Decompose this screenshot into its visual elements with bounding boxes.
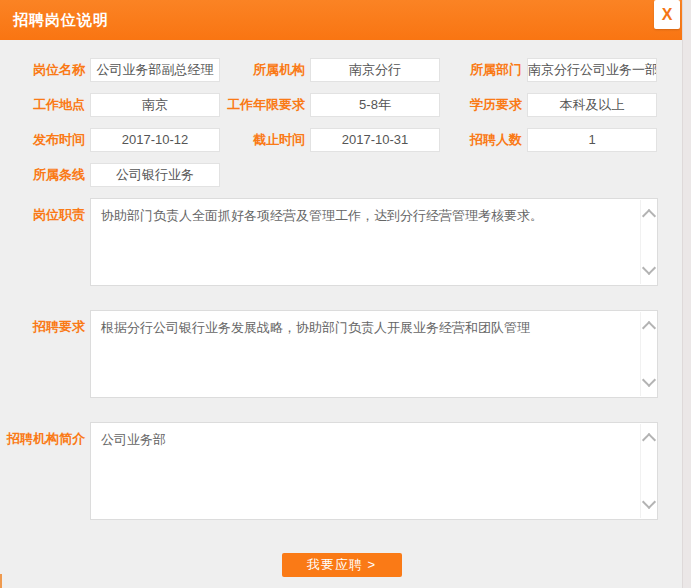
field-label: 学历要求	[440, 96, 522, 114]
page-background-strip	[682, 0, 691, 588]
job-posting-dialog: 招聘岗位说明 X 岗位名称 公司业务部副总经理 所属机构 南京分行 所属部门 南…	[0, 0, 683, 588]
job-duties-section: 岗位职责 协助部门负责人全面抓好各项经营及管理工作，达到分行经营管理考核要求。	[0, 198, 683, 286]
position-name-input[interactable]: 公司业务部副总经理	[90, 58, 220, 82]
scroll-down-icon[interactable]	[641, 261, 655, 275]
org-intro-text: 公司业务部	[91, 423, 657, 457]
experience-input[interactable]: 5-8年	[310, 93, 440, 117]
field-position-name: 岗位名称 公司业务部副总经理	[0, 58, 220, 82]
apply-button[interactable]: 我要应聘 >	[282, 553, 402, 577]
field-label: 招聘机构简介	[0, 422, 85, 520]
background-orange-sliver	[0, 574, 2, 588]
field-label: 发布时间	[0, 131, 85, 149]
deadline-input[interactable]: 2017-10-31	[310, 128, 440, 152]
job-requirements-text: 根据分行公司银行业务发展战略，协助部门负责人开展业务经营和团队管理	[91, 311, 657, 345]
field-department: 所属部门 南京分行公司业务一部	[440, 58, 657, 82]
scroll-up-icon[interactable]	[641, 321, 655, 335]
scroll-up-icon[interactable]	[641, 209, 655, 223]
field-business-line: 所属条线 公司银行业务	[0, 163, 220, 187]
scroll-down-icon[interactable]	[641, 373, 655, 387]
close-icon: X	[662, 6, 673, 23]
dialog-header: 招聘岗位说明	[0, 0, 683, 40]
field-publish-date: 发布时间 2017-10-12	[0, 128, 220, 152]
textarea-scrollbar[interactable]	[640, 200, 656, 284]
dialog-body: 岗位名称 公司业务部副总经理 所属机构 南京分行 所属部门 南京分行公司业务一部…	[0, 40, 683, 577]
education-input[interactable]: 本科及以上	[527, 93, 657, 117]
field-label: 所属条线	[0, 166, 85, 184]
textarea-scrollbar[interactable]	[640, 312, 656, 396]
form-row: 所属条线 公司银行业务	[0, 163, 683, 187]
field-label: 所属部门	[440, 61, 522, 79]
scroll-down-icon[interactable]	[641, 495, 655, 509]
job-duties-text: 协助部门负责人全面抓好各项经营及管理工作，达到分行经营管理考核要求。	[91, 199, 657, 233]
work-location-input[interactable]: 南京	[90, 93, 220, 117]
dialog-title: 招聘岗位说明	[0, 0, 109, 39]
scroll-up-icon[interactable]	[641, 433, 655, 447]
job-requirements-textarea[interactable]: 根据分行公司银行业务发展战略，协助部门负责人开展业务经营和团队管理	[90, 310, 658, 398]
headcount-input[interactable]: 1	[527, 128, 657, 152]
form-row: 岗位名称 公司业务部副总经理 所属机构 南京分行 所属部门 南京分行公司业务一部	[0, 58, 683, 82]
field-label: 招聘要求	[0, 310, 85, 398]
field-experience: 工作年限要求 5-8年	[220, 93, 440, 117]
close-button[interactable]: X	[654, 0, 680, 29]
field-deadline: 截止时间 2017-10-31	[220, 128, 440, 152]
field-label: 岗位职责	[0, 198, 85, 286]
publish-date-input[interactable]: 2017-10-12	[90, 128, 220, 152]
textarea-scrollbar[interactable]	[640, 424, 656, 518]
org-intro-textarea[interactable]: 公司业务部	[90, 422, 658, 520]
org-intro-section: 招聘机构简介 公司业务部	[0, 422, 683, 520]
field-label: 截止时间	[220, 131, 305, 149]
field-work-location: 工作地点 南京	[0, 93, 220, 117]
field-organization: 所属机构 南京分行	[220, 58, 440, 82]
field-label: 工作地点	[0, 96, 85, 114]
department-input[interactable]: 南京分行公司业务一部	[527, 58, 657, 82]
field-label: 招聘人数	[440, 131, 522, 149]
dialog-footer: 我要应聘 >	[0, 553, 683, 577]
field-education: 学历要求 本科及以上	[440, 93, 657, 117]
job-requirements-section: 招聘要求 根据分行公司银行业务发展战略，协助部门负责人开展业务经营和团队管理	[0, 310, 683, 398]
field-headcount: 招聘人数 1	[440, 128, 657, 152]
business-line-input[interactable]: 公司银行业务	[90, 163, 220, 187]
field-label: 岗位名称	[0, 61, 85, 79]
organization-input[interactable]: 南京分行	[310, 58, 440, 82]
form-row: 发布时间 2017-10-12 截止时间 2017-10-31 招聘人数 1	[0, 128, 683, 152]
form-row: 工作地点 南京 工作年限要求 5-8年 学历要求 本科及以上	[0, 93, 683, 117]
job-duties-textarea[interactable]: 协助部门负责人全面抓好各项经营及管理工作，达到分行经营管理考核要求。	[90, 198, 658, 286]
field-label: 所属机构	[220, 61, 305, 79]
field-label: 工作年限要求	[220, 96, 305, 114]
